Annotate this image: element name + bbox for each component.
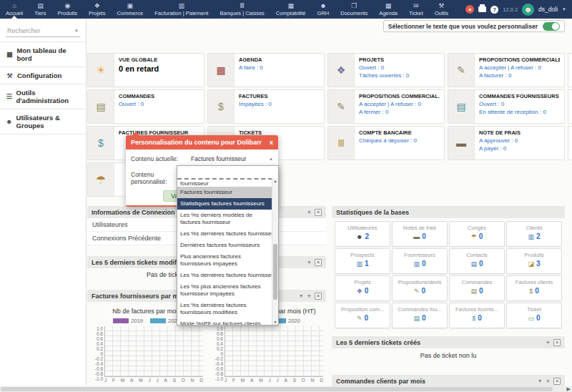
nav-item-tiers[interactable]: ▤Tiers [29,0,51,19]
dropdown-option[interactable]: Dernières factures fournisseurs [177,240,272,251]
nav-item-documents[interactable]: ❐Documents [335,0,373,19]
move-icon[interactable]: + [546,378,550,385]
close-icon[interactable]: × [315,293,322,300]
nav-item-agenda[interactable]: ▦Agenda [373,0,403,19]
nav-item-commerce[interactable]: ▣Commerce [111,0,149,19]
stat-box-contacts[interactable]: Contacts▤0 [449,248,505,274]
nav-item-comptabilit[interactable]: ▦Comptabilité [270,0,312,19]
sidebar-item-mon-tableau-de-bord[interactable]: ▦Mon tableau de bord [0,41,86,67]
stat-box-projets[interactable]: Projets❖0 [335,275,390,301]
nav-item-produits[interactable]: ◉Produits [52,0,84,19]
dropdown-option[interactable]: Factures fournisseur [177,187,272,198]
horizontal-scrollbar-thumb[interactable] [1,387,553,391]
widget-stat-link[interactable]: A faire : 0 [239,64,320,71]
printer-icon[interactable] [478,6,486,12]
personalize-toggle[interactable] [543,22,560,31]
modal-header[interactable]: Personnalisation du contenu pour Dolibar… [126,135,278,150]
dropdown-search-input[interactable] [179,167,276,177]
stat-box-fournisseurs[interactable]: Fournisseurs▥0 [392,248,448,274]
widget-note-de-frais[interactable]: ▬NOTE DE FRAISA approuver : 0A payer : 0 [448,126,565,160]
close-icon[interactable]: × [553,378,561,385]
help-icon[interactable]: ? [490,6,498,14]
nav-item-outils[interactable]: ⚒Outils [429,0,454,19]
widget-stat-link[interactable]: A accepter | A refuser : 0 [359,101,440,107]
nav-item-accueil[interactable]: ⌂Accueil [0,0,29,19]
widget-stat-link[interactable]: A payer : 0 [479,145,560,152]
widget-propositions-commercial[interactable]: ✎PROPOSITIONS COMMERCIAL...A accepter | … [327,89,445,124]
close-icon[interactable]: × [315,259,322,266]
stat-box-propositions-devis[interactable]: Propositions/devis✎0 [392,275,448,301]
move-icon[interactable]: + [546,339,550,346]
stat-box-clients[interactable]: Clients▥2 [506,221,562,247]
search-caret-icon[interactable]: ▼ [74,29,79,33]
stat-box-notes-de-frais[interactable]: Notes de frais▬0 [392,221,448,247]
stat-box-prospects[interactable]: Prospects▥1 [335,248,390,274]
sidebar-item-outils-d-administration[interactable]: ☰Outils d'administration [0,84,86,109]
widget-vue-globale[interactable]: ☀VUE GLOBALE0 en retard [87,53,204,87]
widget-propositions-commerciales[interactable]: ✎PROPOSITIONS COMMERCIALESA accepter | A… [448,53,565,87]
move-icon[interactable]: + [307,259,311,266]
stat-box-cong-s[interactable]: Congés☂0 [449,221,505,247]
dropdown-option[interactable]: Mode %sPF sur factures clients [177,318,272,325]
widget-stat-link[interactable]: Ouvert : 0 [359,64,440,71]
nav-item-facturation-paiement[interactable]: ▥Facturation | Paiement [149,0,214,19]
dropdown-option[interactable]: Statistiques factures fournisseurs [177,198,272,210]
widget-projets[interactable]: ❖PROJETSOuvert : 0Tâches ouvertes : 0 [327,53,445,87]
widget-compte-bancaire[interactable]: ⅢCOMPTE BANCAIREChèques à déposer : 0 [327,126,445,160]
stat-box-utilisateures[interactable]: Utilisateures☻2 [335,221,390,247]
dropdown-option[interactable]: Les %s plus anciennes factures fournisse… [177,281,272,300]
widget-stat-link[interactable]: Impayées : 0 [239,101,320,107]
scroll-up-icon[interactable]: ▲ [272,179,278,183]
nav-item-projets[interactable]: ❖Projets [83,0,111,19]
widget-agenda[interactable]: ▦AGENDAA faire : 0 [207,53,325,87]
stat-box-ticket[interactable]: Ticket▭0 [506,303,562,328]
widget-stat-link[interactable]: Tâches ouvertes : 0 [359,72,440,79]
dropdown-option[interactable]: Plus anciennes factures fournisseurs imp… [177,251,272,270]
bug-report-icon[interactable]: × [465,5,474,14]
widget-commandes-fournisseurs[interactable]: ▤COMMANDES FOURNISSEURSOuvert : 0En atte… [448,89,565,124]
search-input[interactable]: Rechercher ▼ [6,25,80,37]
widget-stat-link[interactable]: A accepter | A refuser : 0 [479,64,560,71]
close-icon[interactable]: × [315,209,322,216]
widget-stat-link[interactable]: Ouvert : 0 [479,101,560,107]
dropdown-option[interactable]: fournisseur [177,178,272,187]
stat-box-produits[interactable]: Produits◪3 [506,248,562,274]
sidebar-item-configuration[interactable]: ⚒Configuration [0,67,86,84]
nav-item-ticket[interactable]: ✉Ticket [403,0,429,19]
widget-stat-link[interactable]: A fermer : 0 [359,109,440,115]
widget-stat-link[interactable]: 0 en retard [119,64,199,73]
stat-box-proposition-com[interactable]: Proposition com...✎0 [335,303,390,328]
close-icon[interactable]: × [553,339,561,346]
horizontal-scrollbar[interactable]: ▶ [0,386,572,392]
filter-icon[interactable]: ▼ [538,378,543,383]
modal-close-icon[interactable]: x [270,139,273,146]
widget-stat-link[interactable]: En attente de réception : 0 [479,109,560,115]
dropdown-scrollbar-thumb[interactable] [273,244,277,300]
widget-commandes[interactable]: ▤COMMANDESOuvert : 0 [87,89,204,124]
filter-icon[interactable]: ▼ [299,293,304,298]
dropdown-option[interactable]: Les %s derniers modèles de factures four… [177,210,272,228]
chevron-down-icon[interactable]: ▼ [562,7,566,11]
widget-stat-link[interactable]: A approuver : 0 [479,137,560,144]
stat-box-commandes-fou[interactable]: Commandes fou...▤0 [392,303,448,328]
scroll-down-icon[interactable]: ▼ [272,320,278,324]
current-content-select[interactable]: Factures fournisseur ▲ [191,155,273,162]
dropdown-option[interactable]: Les %s dernières factures fournisseur [177,228,272,240]
nav-item-grh[interactable]: ☻GRH [312,0,335,19]
stat-box-factures-fournis[interactable]: Factures fournis...$0 [449,303,505,328]
move-icon[interactable]: + [307,293,311,300]
dropdown-option[interactable]: Les %s dernières factures fournisseurs m… [177,300,272,318]
widget-stat-link[interactable]: A facturer : 0 [479,72,560,79]
nav-item-banques-caisses[interactable]: ⅢBanques | Caisses [214,0,270,19]
user-avatar[interactable]: ☻ [522,4,534,16]
dropdown-scrollbar[interactable]: ▲ ▼ [272,178,278,325]
widget-factures[interactable]: $FACTURESImpayées : 0 [207,89,325,124]
stat-box-factures-clients[interactable]: Factures clients$0 [506,275,562,301]
widget-stat-link[interactable]: Chèques à déposer : 0 [359,137,440,144]
scroll-right-icon[interactable]: ▶ [567,386,571,392]
widget-stat-link[interactable]: Ouvert : 0 [119,101,199,107]
dropdown-option[interactable]: Les %s dernières factures fournisseurs [177,270,272,281]
move-icon[interactable]: + [307,209,311,216]
sidebar-item-utilisateurs-groupes[interactable]: ☻Utilisateurs & Groupes [0,109,86,134]
stat-box-commandes[interactable]: Commandes▤0 [449,275,505,301]
